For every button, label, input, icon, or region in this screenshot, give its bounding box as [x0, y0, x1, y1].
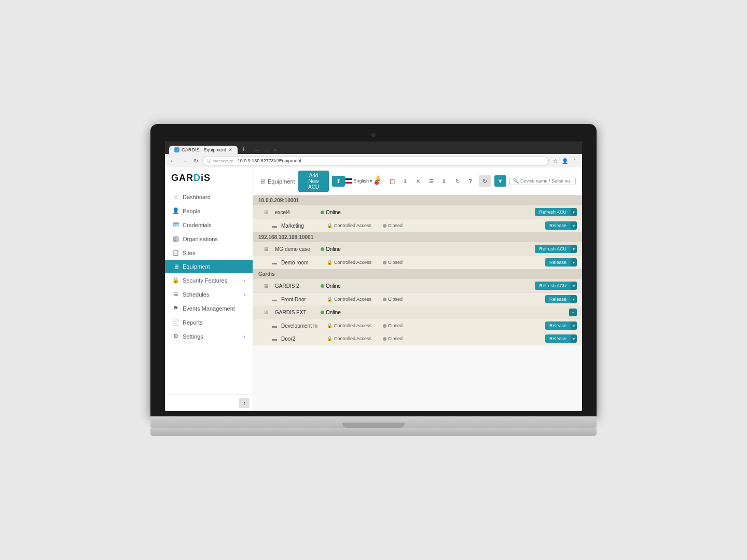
sidebar-item-credentials[interactable]: 🪪 Credentials — [165, 218, 253, 232]
close-window-button[interactable]: ✕ — [272, 147, 279, 154]
group-header-2: 192.168.102.108:10001 — [253, 232, 582, 242]
back-button[interactable]: ← — [168, 156, 177, 165]
status-dot-closed-door2 — [383, 337, 386, 341]
new-tab-button[interactable]: + — [239, 144, 249, 154]
minimize-button[interactable]: ─ — [253, 147, 260, 154]
refresh-acu-button-excel4[interactable]: Refresh ACU — [535, 208, 571, 216]
door-actions-development-in: Release ▾ — [545, 321, 577, 330]
people-icon: 👤 — [172, 207, 179, 214]
page-title-area: 🖥 Equipment — [259, 178, 295, 185]
filter-button[interactable]: ▼ — [494, 175, 506, 187]
sidebar-item-organisations[interactable]: 🏢 Organisations — [165, 232, 253, 246]
refresh-acu-dropdown-excel4[interactable]: ▾ — [571, 208, 577, 216]
bookmark-button[interactable]: ☆ — [551, 157, 559, 165]
account-button[interactable]: 👤 — [561, 157, 569, 165]
sidebar-collapse-button[interactable]: ‹ — [239, 398, 250, 408]
refresh-list-button[interactable]: ↻ — [479, 175, 491, 187]
sidebar-label-equipment: Equipment — [183, 263, 210, 270]
door-status-label-front-door: Closed — [388, 297, 403, 302]
sidebar-item-events[interactable]: ⚑ Events Management — [165, 301, 253, 315]
device-row-gardis-ext: 🖥 GARDIS EXT Online • — [253, 306, 582, 319]
release-button-door2[interactable]: Release — [545, 334, 571, 343]
lock-icon-door2: 🔒 — [327, 336, 333, 341]
help-icon[interactable]: ? — [465, 175, 476, 187]
sites-icon: 📋 — [172, 249, 179, 256]
browser-toolbar: ← → ↻ ⓘ Not secure 10.0.9.130:62773/#/Eq… — [165, 154, 582, 167]
refresh-acu-dropdown-mg[interactable]: ▾ — [571, 245, 577, 253]
reload-button[interactable]: ↻ — [191, 156, 200, 165]
release-dropdown-marketing[interactable]: ▾ — [571, 221, 577, 230]
menu-icon[interactable]: ☰ — [426, 175, 437, 187]
logo: GARDiS — [171, 173, 246, 184]
release-button-development-in[interactable]: Release — [545, 321, 571, 330]
door-actions-marketing: Release ▾ — [545, 221, 577, 230]
acu-icon-excel4: 🖥 — [264, 209, 271, 215]
add-new-acu-button[interactable]: Add New ACU — [298, 171, 329, 192]
search-input[interactable] — [520, 178, 572, 184]
group-ip-1: 10.0.0.209:10001 — [258, 198, 299, 203]
status-dot-closed-demo-room — [383, 261, 386, 264]
sidebar-item-reports[interactable]: 📄 Reports — [165, 315, 253, 329]
language-selector[interactable]: English ▾ — [345, 178, 372, 184]
equipment-list: 10.0.0.209:10001 🖥 excel4 Online — [253, 195, 582, 411]
door-icon-development-in: ▬ — [272, 323, 277, 329]
release-dropdown-development-in[interactable]: ▾ — [571, 321, 577, 330]
maximize-button[interactable]: □ — [262, 147, 270, 154]
release-dropdown-front-door[interactable]: ▾ — [571, 295, 577, 303]
forward-button[interactable]: → — [179, 156, 189, 165]
secure-label: Not secure — [213, 159, 233, 163]
gardis-ext-dropdown-button[interactable]: • — [569, 309, 577, 316]
device-name-gardis2: GARDIS 2 — [275, 283, 316, 289]
release-dropdown-demo-room[interactable]: ▾ — [571, 258, 577, 267]
sidebar-item-dashboard[interactable]: ⌂ Dashboard — [165, 190, 253, 204]
release-dropdown-door2[interactable]: ▾ — [571, 334, 577, 343]
door-name-door2: Door2 — [281, 336, 323, 342]
sidebar-item-security-features[interactable]: 🔒 Security Features ‹ — [165, 273, 253, 287]
main-content: 🖥 Equipment Add New ACU ⬆ English — [253, 167, 582, 411]
release-button-front-door[interactable]: Release — [545, 295, 571, 303]
camera — [371, 133, 376, 137]
sidebar-label-dashboard: Dashboard — [183, 194, 211, 200]
sidebar-item-schedules[interactable]: ☰ Schedules ‹ — [165, 287, 253, 301]
refresh-acu-dropdown-gardis2[interactable]: ▾ — [571, 282, 577, 290]
sidebar-item-settings[interactable]: ⚙ Settings ‹ — [165, 329, 253, 343]
info2-icon[interactable]: ℹ — [439, 175, 450, 187]
header-icons: English ▾ 🔔0 📋 ℹ ✕ ☰ ℹ — [345, 175, 476, 187]
search-box[interactable]: 🔍 — [509, 177, 576, 185]
status-dot-closed-development-in — [383, 324, 386, 328]
sidebar-item-equipment[interactable]: 🖥 Equipment — [165, 260, 253, 273]
door-status-label-demo-room: Closed — [388, 260, 403, 265]
device-row-mg-demo: 🖥 MG demo case Online Refresh ACU ▾ — [253, 242, 582, 256]
flag-icon — [345, 178, 352, 184]
active-tab[interactable]: GARDIS - Equipment ✕ — [169, 146, 238, 154]
info-icon[interactable]: ℹ — [399, 175, 410, 187]
credentials-icon: 🪪 — [172, 221, 179, 228]
group-name-3: Gardis — [258, 271, 275, 277]
tab-close-button[interactable]: ✕ — [228, 147, 232, 152]
status-dot-online — [321, 211, 324, 214]
address-bar[interactable]: ⓘ Not secure 10.0.9.130:62773/#/Equipmen… — [202, 157, 549, 165]
refresh-acu-button-gardis2[interactable]: Refresh ACU — [535, 282, 571, 290]
refresh-header-button[interactable]: ↻ — [452, 175, 463, 187]
sidebar-item-sites[interactable]: 📋 Sites — [165, 246, 253, 260]
upload-button[interactable]: ⬆ — [332, 176, 345, 187]
door-name-marketing: Marketing — [281, 223, 323, 229]
door-access-marketing: 🔒 Controlled Access — [327, 223, 379, 228]
refresh-acu-button-mg[interactable]: Refresh ACU — [535, 245, 571, 253]
device-status-label-mg: Online — [326, 246, 341, 252]
door-actions-front-door: Release ▾ — [545, 295, 577, 303]
sidebar-item-people[interactable]: 👤 People — [165, 204, 253, 218]
close-icon[interactable]: ✕ — [412, 175, 423, 187]
door-actions-door2: Release ▾ — [545, 334, 577, 343]
device-actions-gardis2: Refresh ACU ▾ — [535, 282, 577, 290]
more-button[interactable]: ⋮ — [571, 157, 579, 165]
door-icon-door2: ▬ — [272, 336, 277, 342]
alert-icon: 🔔0 — [375, 175, 384, 187]
acu-icon-gardis2: 🖥 — [264, 283, 271, 289]
release-button-demo-room[interactable]: Release — [545, 258, 571, 267]
door-name-development-in: Development In — [281, 323, 323, 329]
release-button-marketing[interactable]: Release — [545, 221, 571, 230]
copy-icon[interactable]: 📋 — [386, 175, 397, 187]
lock-icon-front-door: 🔒 — [327, 297, 333, 302]
door-icon-demo-room: ▬ — [272, 260, 277, 265]
